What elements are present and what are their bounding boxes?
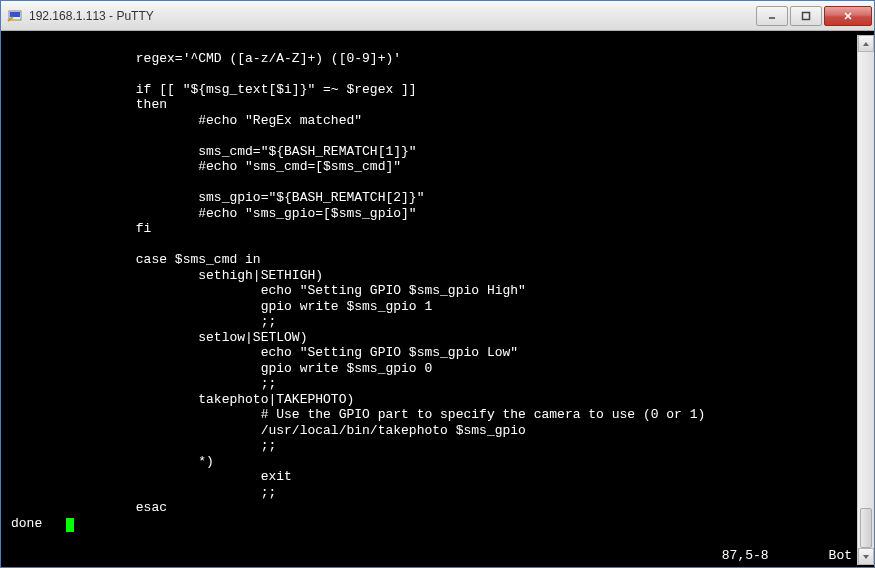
editor-status: 87,5-8 Bot	[722, 548, 852, 563]
titlebar[interactable]: 192.168.1.113 - PuTTY	[1, 1, 874, 31]
cursor-position: 87,5-8	[722, 548, 769, 563]
window-title: 192.168.1.113 - PuTTY	[29, 9, 754, 23]
scroll-up-button[interactable]	[858, 35, 874, 52]
putty-window: 192.168.1.113 - PuTTY regex='^CMD ([a-z/…	[0, 0, 875, 568]
scrollbar[interactable]	[857, 35, 874, 565]
svg-marker-8	[863, 555, 869, 559]
terminal-area: regex='^CMD ([a-z/A-Z]+) ([0-9]+)' if [[…	[1, 31, 874, 567]
svg-marker-7	[863, 42, 869, 46]
scroll-thumb[interactable]	[860, 508, 872, 548]
window-controls	[754, 6, 872, 26]
scroll-down-button[interactable]	[858, 548, 874, 565]
terminal-cursor	[66, 518, 74, 532]
putty-icon	[7, 8, 23, 24]
svg-rect-4	[803, 12, 810, 19]
terminal[interactable]: regex='^CMD ([a-z/A-Z]+) ([0-9]+)' if [[…	[1, 35, 857, 565]
scroll-position: Bot	[829, 548, 852, 563]
minimize-button[interactable]	[756, 6, 788, 26]
scroll-track[interactable]	[858, 52, 874, 548]
terminal-content: regex='^CMD ([a-z/A-Z]+) ([0-9]+)' if [[…	[11, 51, 705, 516]
close-button[interactable]	[824, 6, 872, 26]
maximize-button[interactable]	[790, 6, 822, 26]
svg-rect-1	[10, 12, 20, 17]
terminal-last-line: done	[11, 516, 66, 531]
